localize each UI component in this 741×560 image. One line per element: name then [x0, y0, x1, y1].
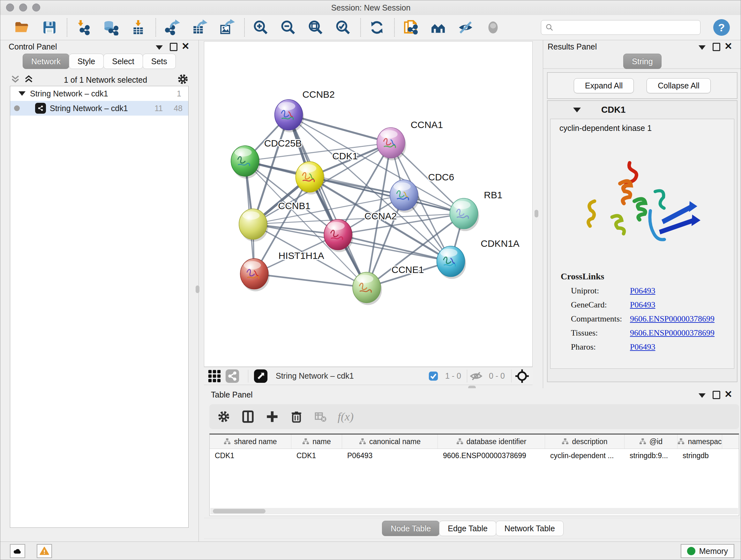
column-header-canonical-name[interactable]: canonical name — [342, 435, 438, 449]
table-row[interactable]: CDK1CDK1P064939606.ENSP00000378699cyclin… — [210, 449, 739, 462]
zoom-fit-icon[interactable] — [307, 18, 325, 37]
table-horizontal-scrollbar[interactable] — [210, 508, 738, 514]
table-cell[interactable]: CDK1 — [210, 451, 291, 460]
table-cell[interactable]: cyclin-dependent ... — [545, 451, 624, 460]
table-cell[interactable]: stringdb — [677, 451, 722, 460]
tab-string[interactable]: String — [623, 54, 661, 69]
column-header-description[interactable]: description — [545, 435, 624, 449]
search-input[interactable] — [554, 23, 696, 32]
tab-style[interactable]: Style — [69, 54, 104, 69]
string-network-graph[interactable]: CCNB2CCNA1CDC25BCDK1CDC6RB1CCNB1CCNA2CDK… — [204, 42, 532, 367]
column-header-database-identifier[interactable]: database identifier — [438, 435, 545, 449]
crosslink-link[interactable]: P06493 — [630, 342, 655, 352]
search-field[interactable] — [541, 20, 700, 35]
node-table[interactable]: shared namenamecanonical namedatabase id… — [209, 434, 739, 516]
cloud-icon[interactable] — [10, 544, 25, 558]
crosslink-link[interactable]: P06493 — [630, 286, 655, 296]
import-table-from-file-icon[interactable] — [129, 18, 147, 37]
expand-all-icon[interactable] — [23, 74, 34, 86]
network-row[interactable]: String Network – cdk1 11 48 — [10, 101, 188, 116]
edge-HIST1H1A-CCNE1[interactable] — [254, 274, 367, 288]
panel-maximize-icon[interactable] — [170, 43, 178, 51]
column-header-namespac[interactable]: namespac — [677, 435, 722, 449]
tab-sets[interactable]: Sets — [143, 54, 176, 69]
hide-eye-icon[interactable] — [457, 18, 475, 37]
table-cell[interactable]: P06493 — [342, 451, 438, 460]
column-header-shared-name[interactable]: shared name — [210, 435, 291, 449]
node-CDKN1A[interactable] — [437, 246, 466, 279]
crosslink-link[interactable]: 9606.ENSP00000378699 — [630, 314, 715, 324]
network-collection-row[interactable]: String Network – cdk1 1 — [10, 86, 188, 101]
paste-network-icon[interactable] — [402, 18, 420, 37]
status-bar: Memory — [0, 542, 741, 560]
crosslink-link[interactable]: 9606.ENSP00000378699 — [630, 328, 715, 338]
show-eye-icon[interactable] — [484, 18, 502, 37]
grid-mode-icon[interactable] — [207, 369, 222, 383]
table-cell[interactable]: CDK1 — [291, 451, 342, 460]
create-column-icon[interactable] — [265, 409, 280, 424]
zoom-selected-icon[interactable] — [334, 18, 352, 37]
network-canvas[interactable]: CCNB2CCNA1CDC25BCDK1CDC6RB1CCNB1CCNA2CDK… — [204, 41, 533, 367]
zoom-out-icon[interactable] — [279, 18, 297, 37]
collapse-all-icon[interactable] — [10, 74, 21, 86]
node-CDC25B[interactable] — [231, 145, 260, 179]
delete-columns-trash-icon[interactable] — [289, 409, 304, 424]
node-CDK1[interactable] — [295, 162, 325, 194]
crosslink-link[interactable]: P06493 — [630, 300, 655, 310]
left-splitter-handle[interactable] — [196, 286, 199, 293]
panel-close-icon[interactable]: ✕ — [724, 389, 732, 399]
houses-icon[interactable] — [429, 18, 447, 37]
node-CDC6[interactable] — [390, 180, 419, 212]
tab-node-table[interactable]: Node Table — [382, 521, 440, 536]
node-CCNA1[interactable] — [377, 127, 406, 160]
panel-float-icon[interactable] — [156, 45, 163, 50]
right-splitter-handle[interactable] — [535, 210, 538, 217]
export-network-icon[interactable] — [163, 18, 181, 37]
column-header--id[interactable]: @id — [624, 435, 677, 449]
table-cell[interactable]: stringdb:9... — [624, 451, 677, 460]
panel-float-icon[interactable] — [698, 45, 705, 50]
node-CCNB2[interactable] — [275, 100, 304, 132]
import-network-from-database-icon[interactable] — [102, 18, 120, 37]
scrollbar-thumb[interactable] — [213, 509, 266, 513]
fit-selected-crosshair-icon[interactable] — [515, 369, 529, 383]
help-icon[interactable]: ? — [713, 19, 730, 36]
selected-checkbox-icon[interactable] — [428, 369, 439, 383]
panel-maximize-icon[interactable] — [713, 391, 720, 399]
warning-icon[interactable] — [37, 544, 52, 558]
show-columns-icon[interactable] — [241, 409, 255, 424]
memory-button[interactable]: Memory — [681, 544, 734, 558]
protein-collapse-icon[interactable] — [573, 108, 581, 112]
export-image-icon[interactable] — [218, 18, 236, 37]
zoom-in-icon[interactable] — [252, 18, 270, 37]
network-options-gear-icon[interactable] — [177, 73, 189, 86]
panel-maximize-icon[interactable] — [713, 43, 720, 51]
panel-close-icon[interactable]: ✕ — [182, 42, 190, 51]
share-view-icon[interactable] — [225, 369, 240, 383]
tab-select[interactable]: Select — [104, 54, 143, 69]
refresh-network-icon[interactable] — [368, 18, 386, 37]
panel-float-icon[interactable] — [698, 393, 705, 398]
collection-expand-icon[interactable] — [18, 91, 25, 96]
save-session-icon[interactable] — [41, 18, 58, 37]
tab-edge-table[interactable]: Edge Table — [439, 521, 496, 536]
hidden-eye-icon[interactable] — [470, 369, 482, 383]
node-HIST1H1A[interactable] — [240, 259, 270, 292]
node-RB1[interactable] — [450, 198, 479, 231]
collapse-all-button[interactable]: Collapse All — [647, 78, 711, 93]
open-session-icon[interactable] — [13, 18, 31, 37]
panel-close-icon[interactable]: ✕ — [724, 42, 732, 51]
expand-all-button[interactable]: Expand All — [574, 78, 634, 93]
import-network-from-file-icon[interactable] — [74, 18, 92, 37]
table-cell[interactable]: 9606.ENSP00000378699 — [438, 451, 545, 460]
table-mode-gear-icon[interactable] — [216, 409, 231, 424]
birdseye-view-icon[interactable] — [253, 369, 268, 383]
column-header-name[interactable]: name — [291, 435, 342, 449]
edge-CCNA2-CDKN1A[interactable] — [338, 235, 451, 261]
protein-card-header[interactable]: CDK1 — [548, 101, 737, 119]
export-table-icon[interactable] — [191, 18, 208, 37]
edge-CDK1-RB1[interactable] — [310, 177, 464, 213]
node-CCNE1[interactable] — [353, 272, 382, 305]
tab-network[interactable]: Network — [23, 54, 69, 69]
tab-network-table[interactable]: Network Table — [496, 521, 563, 536]
